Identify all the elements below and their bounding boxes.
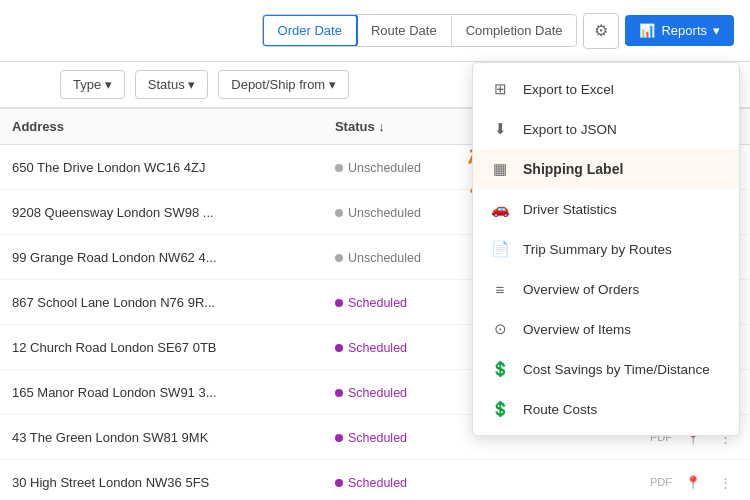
dropdown-item-overview-of-items[interactable]: ⊙ Overview of Items: [473, 309, 739, 349]
status-text: Unscheduled: [348, 251, 421, 265]
download-icon: ⬇: [489, 118, 511, 140]
cell-status: Scheduled: [323, 460, 478, 501]
status-text: Scheduled: [348, 341, 407, 355]
dropdown-item-label: Route Costs: [523, 402, 597, 417]
cell-status: Unscheduled: [323, 235, 478, 280]
status-filter[interactable]: Status ▾: [135, 70, 208, 99]
cell-address: 43 The Green London SW81 9MK: [0, 415, 323, 460]
cell-status: Unscheduled: [323, 145, 478, 190]
dropdown-item-label: Trip Summary by Routes: [523, 242, 672, 257]
dropdown-item-driver-statistics[interactable]: 🚗 Driver Statistics: [473, 189, 739, 229]
dropdown-item-label: Cost Savings by Time/Distance: [523, 362, 710, 377]
status-text: Scheduled: [348, 296, 407, 310]
dropdown-item-route-costs[interactable]: 💲 Route Costs: [473, 389, 739, 429]
savings-icon: 💲: [489, 358, 511, 380]
status-text: Unscheduled: [348, 206, 421, 220]
status-text: Scheduled: [348, 386, 407, 400]
reports-label: Reports: [661, 23, 707, 38]
items-icon: ⊙: [489, 318, 511, 340]
tab-completion-date[interactable]: Completion Date: [452, 16, 577, 45]
costs-icon: 💲: [489, 398, 511, 420]
dropdown-item-export-to-excel[interactable]: ⊞ Export to Excel: [473, 69, 739, 109]
status-dot: [335, 344, 343, 352]
cell-status: Scheduled: [323, 325, 478, 370]
status-text: Scheduled: [348, 431, 407, 445]
barcode-icon: ▦: [489, 158, 511, 180]
col-address: Address: [0, 109, 323, 145]
more-icon[interactable]: ⋮: [712, 469, 738, 495]
cell-actions: PDF 📍 ⋮: [589, 460, 750, 501]
status-dot: [335, 299, 343, 307]
settings-button[interactable]: ⚙: [583, 13, 619, 49]
dropdown-item-label: Overview of Items: [523, 322, 631, 337]
cell-address: 30 High Street London NW36 5FS: [0, 460, 323, 501]
cell-address: 99 Grange Road London NW62 4...: [0, 235, 323, 280]
dropdown-item-label: Shipping Label: [523, 161, 623, 177]
cell-address: 12 Church Road London SE67 0TB: [0, 325, 323, 370]
tab-route-date[interactable]: Route Date: [357, 16, 452, 45]
tab-order-date[interactable]: Order Date: [262, 14, 358, 47]
type-filter[interactable]: Type ▾: [60, 70, 125, 99]
dropdown-item-label: Export to Excel: [523, 82, 614, 97]
dropdown-item-label: Overview of Orders: [523, 282, 639, 297]
status-dot: [335, 434, 343, 442]
status-text: Scheduled: [348, 476, 407, 490]
reports-chevron-icon: ▾: [713, 23, 720, 38]
location-icon[interactable]: 📍: [680, 469, 706, 495]
dropdown-item-shipping-label[interactable]: ▦ Shipping Label: [473, 149, 739, 189]
reports-dropdown: ⊞ Export to Excel ⬇ Export to JSON ▦ Shi…: [472, 62, 740, 436]
cell-address: 650 The Drive London WC16 4ZJ: [0, 145, 323, 190]
cell-status: Unscheduled: [323, 190, 478, 235]
status-dot: [335, 164, 343, 172]
reports-button[interactable]: 📊 Reports ▾: [625, 15, 734, 46]
grid-icon: ⊞: [489, 78, 511, 100]
reports-icon: 📊: [639, 23, 655, 38]
dropdown-item-overview-of-orders[interactable]: ≡ Overview of Orders: [473, 269, 739, 309]
date-tab-group: Order Date Route Date Completion Date: [262, 14, 578, 47]
file-icon: 📄: [489, 238, 511, 260]
status-dot: [335, 209, 343, 217]
cell-status: Scheduled: [323, 370, 478, 415]
pdf-icon[interactable]: PDF: [648, 469, 674, 495]
cell-status: Scheduled: [323, 280, 478, 325]
car-icon: 🚗: [489, 198, 511, 220]
top-bar: Order Date Route Date Completion Date ⚙ …: [0, 0, 750, 62]
gear-icon: ⚙: [594, 21, 608, 40]
cell-reasons: [478, 460, 589, 501]
cell-status: Scheduled: [323, 415, 478, 460]
status-text: Unscheduled: [348, 161, 421, 175]
status-dot: [335, 254, 343, 262]
cell-address: 9208 Queensway London SW98 ...: [0, 190, 323, 235]
dropdown-item-export-to-json[interactable]: ⬇ Export to JSON: [473, 109, 739, 149]
col-status: Status ↓: [323, 109, 478, 145]
status-dot: [335, 479, 343, 487]
dropdown-item-cost-savings-by-time/distance[interactable]: 💲 Cost Savings by Time/Distance: [473, 349, 739, 389]
table-row: 30 High Street London NW36 5FS Scheduled…: [0, 460, 750, 501]
cell-address: 165 Manor Road London SW91 3...: [0, 370, 323, 415]
status-dot: [335, 389, 343, 397]
dropdown-item-label: Driver Statistics: [523, 202, 617, 217]
dropdown-item-label: Export to JSON: [523, 122, 617, 137]
cell-address: 867 School Lane London N76 9R...: [0, 280, 323, 325]
dropdown-item-trip-summary-by-routes[interactable]: 📄 Trip Summary by Routes: [473, 229, 739, 269]
depot-filter[interactable]: Depot/Ship from ▾: [218, 70, 349, 99]
list-icon: ≡: [489, 278, 511, 300]
